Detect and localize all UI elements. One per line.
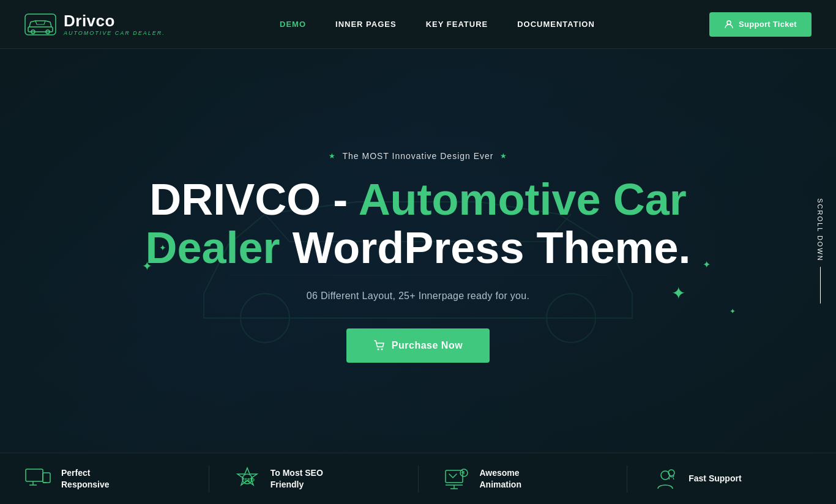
logo: Drivco AUTOMOTIVE CAR DEALER.: [24, 12, 165, 36]
footer-feature-bar: Perfect Responsive SEO To Most SEO Frien…: [0, 453, 836, 504]
star-right: ★: [500, 152, 507, 160]
hero-subtitle: ★ The MOST Innovative Design Ever ★: [145, 151, 690, 161]
nav-key-feature[interactable]: KEY FEATURE: [426, 20, 488, 29]
scroll-down-line: [820, 267, 821, 303]
sparkle-2: ✦: [159, 243, 166, 253]
hero-description: 06 Different Layout, 25+ Innerpage ready…: [145, 291, 690, 302]
person-icon: [724, 20, 734, 29]
feature-support: Fast Support: [627, 465, 836, 492]
feature-responsive-text: Perfect Responsive: [61, 467, 110, 489]
scroll-down[interactable]: Scroll Down: [816, 198, 824, 303]
scroll-down-label: Scroll Down: [816, 198, 824, 262]
cart-icon: [373, 339, 386, 352]
nav-inner-pages[interactable]: INNER PAGES: [335, 20, 397, 29]
svg-text:SEO: SEO: [244, 477, 255, 483]
sparkle-1: ✦: [142, 259, 152, 273]
hero-section: ✦ ✦ ✦ ✦ ✦ ★ The MOST Innovative Design E…: [0, 49, 836, 453]
purchase-now-button[interactable]: Purchase Now: [346, 328, 490, 363]
support-icon: [652, 465, 679, 492]
feature-seo-line2: Friendly: [271, 479, 323, 490]
feature-animation-line2: Animation: [480, 479, 521, 490]
hero-content: ★ The MOST Innovative Design Ever ★ DRIV…: [145, 151, 690, 363]
feature-animation-line1: Awesome: [480, 467, 521, 478]
feature-responsive: Perfect Responsive: [0, 465, 209, 492]
sparkle-3: ✦: [671, 283, 685, 303]
support-ticket-button[interactable]: Support Ticket: [709, 12, 812, 37]
animation-icon: [443, 465, 470, 492]
logo-name: Drivco: [64, 12, 165, 30]
car-logo-icon: [24, 13, 56, 35]
hero-subtitle-text: The MOST Innovative Design Ever: [342, 151, 493, 161]
svg-rect-10: [43, 473, 50, 483]
svg-point-7: [377, 349, 379, 350]
sparkle-4: ✦: [703, 259, 711, 270]
feature-animation: Awesome Animation: [419, 465, 628, 492]
feature-support-line1: Fast Support: [689, 473, 741, 484]
purchase-now-label: Purchase Now: [392, 340, 463, 351]
hero-title-part2-green: Automotive Car: [359, 175, 687, 224]
svg-rect-9: [26, 469, 43, 481]
svg-point-8: [381, 349, 383, 350]
responsive-icon: [24, 465, 51, 492]
feature-responsive-line1: Perfect: [61, 467, 110, 478]
header: Drivco AUTOMOTIVE CAR DEALER. DEMO INNER…: [0, 0, 836, 49]
feature-support-text: Fast Support: [689, 473, 741, 484]
hero-title-part4: WordPress Theme.: [280, 223, 691, 272]
feature-animation-text: Awesome Animation: [480, 467, 521, 489]
seo-icon: SEO: [234, 465, 261, 492]
feature-seo: SEO To Most SEO Friendly: [209, 465, 419, 492]
feature-seo-line1: To Most SEO: [271, 467, 323, 478]
support-ticket-label: Support Ticket: [739, 20, 797, 29]
star-left: ★: [329, 152, 336, 160]
sparkle-5: ✦: [730, 307, 736, 316]
logo-tagline: AUTOMOTIVE CAR DEALER.: [64, 30, 165, 36]
hero-title-part1: DRIVCO -: [149, 175, 358, 224]
nav-documentation[interactable]: DOCUMENTATION: [517, 20, 595, 29]
nav-demo[interactable]: DEMO: [280, 20, 306, 29]
hero-title: DRIVCO - Automotive Car Dealer WordPress…: [145, 176, 690, 272]
main-nav: DEMO INNER PAGES KEY FEATURE DOCUMENTATI…: [280, 20, 595, 29]
feature-responsive-line2: Responsive: [61, 479, 110, 490]
svg-point-4: [727, 21, 731, 24]
feature-seo-text: To Most SEO Friendly: [271, 467, 323, 489]
